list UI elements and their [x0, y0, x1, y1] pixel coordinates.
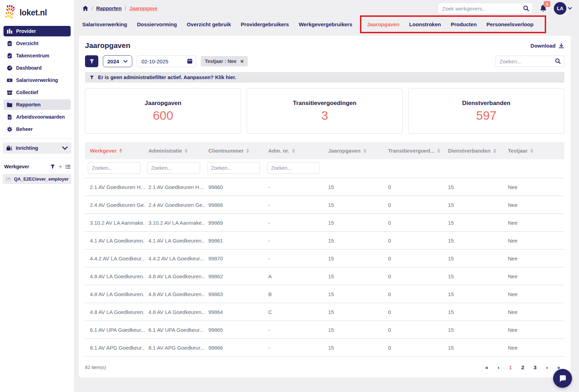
sidebar-item-salarisverwerking[interactable]: € Salarisverwerking [3, 75, 71, 85]
sort-icon [363, 149, 366, 153]
sidebar-item-label: Rapporten [16, 102, 41, 107]
sidebar-item-arbeidsvoorwaarden[interactable]: Arbeidsvoorwaarden [3, 112, 71, 122]
column-filter-clientnummer[interactable] [207, 162, 260, 174]
table-row[interactable]: 4.8 AV LA Goedkeuren... 4.8 AV LA Goedke… [85, 267, 564, 285]
column-header[interactable]: Dienstverbanden [445, 148, 504, 154]
employer-name: QA_E2EClever_employer [14, 176, 69, 182]
items-count: 82 item(s) [85, 365, 106, 370]
column-header[interactable]: Clientnummer [205, 148, 265, 154]
year-select[interactable]: 2024 [103, 55, 132, 67]
list-icon[interactable] [65, 164, 71, 169]
column-filter-administratie[interactable] [147, 162, 200, 174]
sidebar-item-inrichting[interactable]: Inrichting [3, 142, 71, 154]
annotation-box: Jaaropgaven Loonstroken Producten Person… [360, 15, 546, 33]
column-filter-werkgever[interactable] [88, 162, 141, 174]
download-icon [558, 43, 564, 49]
sidebar-item-dashboard[interactable]: Dashboard [3, 63, 71, 73]
sort-icon [292, 149, 295, 153]
column-header[interactable]: Werkgever [85, 148, 145, 154]
pagination-prev[interactable]: ‹ [498, 364, 500, 370]
calendar-icon[interactable] [187, 58, 193, 64]
column-filter-adm-nr[interactable] [267, 162, 320, 174]
column-header[interactable]: Testjaar [504, 148, 564, 154]
archive-icon [7, 90, 13, 96]
section-label: Inrichting [16, 145, 38, 151]
search-icon[interactable] [555, 58, 561, 64]
table-row[interactable]: 4.8 AV LA Goedkeuren... 4.8 AV LA Goedke… [85, 303, 564, 321]
document-icon [7, 114, 13, 120]
sidebar-employer-item[interactable]: QA_E2EClever_employer [3, 174, 71, 184]
logo[interactable]: loket.nl [0, 3, 74, 24]
pagination-page-1[interactable]: 1 [509, 364, 512, 370]
sidebar-item-label: Beheer [16, 126, 33, 132]
pagination-next[interactable]: › [546, 364, 548, 370]
page-title: Jaaropgaven [85, 41, 130, 50]
sidebar-item-overzicht[interactable]: Overzicht [3, 38, 71, 49]
table-row[interactable]: 4.4.2 AV LA Goedkeur... 4.4.2 AV LA Goed… [85, 250, 564, 267]
table-row[interactable]: 6.1 AV UPA Goedkeur... 6.1 AV UPA Goedke… [85, 321, 564, 339]
table-row[interactable]: 4.8 AV LA Goedkeuren... 4.8 AV LA Goedke… [85, 285, 564, 303]
notifications-button[interactable]: 3 [539, 4, 548, 13]
tab-jaaropgaven[interactable]: Jaaropgaven [367, 21, 400, 27]
close-icon[interactable]: ✕ [240, 59, 244, 64]
filter-icon[interactable] [50, 164, 55, 169]
table-row[interactable]: 2.4 AV Goedkeuren Ge... 2.4 AV Goedkeure… [85, 196, 564, 214]
add-icon[interactable]: + [58, 164, 62, 169]
table-row[interactable]: 3.10.2 AV LA Aanmake... 3.10.2 AV LA Aan… [85, 214, 564, 232]
summary-card-title: Jaaropgaven [145, 100, 182, 107]
column-header[interactable]: Transitievergoed... [384, 148, 444, 154]
gauge-icon [7, 65, 13, 71]
breadcrumb-link-rapporten[interactable]: Rapporten [96, 6, 122, 11]
pagination-first[interactable]: « [485, 364, 488, 370]
app-root: loket.nl Provider Overzicht Takencentrum… [0, 0, 579, 392]
tab-overzicht-gebruik[interactable]: Overzicht gebruik [187, 21, 231, 27]
table-row[interactable]: 2.1 AV Goedkeuren H... 2.1 AV Goedkeuren… [85, 178, 564, 196]
sidebar-item-collectief[interactable]: Collectief [3, 87, 71, 98]
sort-icon [246, 149, 249, 153]
chat-bubble-icon [558, 374, 567, 383]
sidebar-item-beheer[interactable]: Beheer [3, 124, 71, 134]
employer-search [438, 3, 533, 14]
tab-dossiervorming[interactable]: Dossiervorming [137, 21, 177, 27]
table-search-input[interactable] [495, 56, 564, 67]
werkgever-header: Werkgever + [4, 162, 71, 172]
column-header[interactable]: Jaaropgaven [325, 148, 384, 154]
summary-card-value: 600 [153, 108, 173, 122]
user-menu[interactable]: LA [554, 2, 572, 15]
filter-icon [89, 59, 94, 64]
tab-providergebruikers[interactable]: Providergebruikers [241, 21, 289, 27]
pagination-page-2[interactable]: 2 [521, 364, 524, 370]
employer-search-input[interactable] [438, 3, 533, 14]
tab-loonstroken[interactable]: Loonstroken [409, 21, 441, 27]
column-header[interactable]: Administratie [145, 148, 205, 154]
home-icon[interactable] [82, 5, 89, 12]
chevron-down-icon [568, 7, 572, 10]
avatar: LA [554, 2, 566, 15]
breadcrumb-link-jaaropgave[interactable]: Jaaropgave [129, 6, 158, 11]
summary-card-value: 3 [321, 108, 328, 122]
admin-filter-banner[interactable]: Er is geen administratiefilter actief. A… [85, 72, 564, 83]
sidebar-item-rapporten[interactable]: Rapporten [3, 99, 71, 110]
payroll-icon: € [7, 77, 13, 83]
chevron-down-icon [123, 60, 128, 63]
column-header[interactable]: Adm. nr. [265, 148, 325, 154]
tab-salarisverwerking[interactable]: Salarisverwerking [82, 21, 127, 27]
download-button[interactable]: Download [530, 43, 564, 49]
tab-producten[interactable]: Producten [451, 21, 476, 27]
filter-chip-testjaar[interactable]: Testjaar : Nee ✕ [201, 56, 248, 66]
tab-personeelsverloop[interactable]: Personeelsverloop [487, 21, 534, 27]
filter-button[interactable] [85, 55, 98, 67]
summary-cards: Jaaropgaven 600 Transitievergoedingen 3 … [85, 88, 564, 134]
sidebar-item-label: Collectief [16, 90, 38, 95]
chat-button[interactable] [553, 369, 572, 388]
pagination-page-3[interactable]: 3 [534, 364, 536, 370]
sort-icon [530, 149, 533, 153]
tab-werkgevergebruikers[interactable]: Werkgevergebruikers [299, 21, 352, 27]
sidebar-item-takencentrum[interactable]: Takencentrum [3, 50, 71, 61]
divider [0, 158, 74, 158]
sidebar-item-provider[interactable]: Provider [3, 26, 71, 36]
search-icon[interactable] [523, 5, 529, 12]
table-row[interactable]: 8.1 AV APG Goedkeur... 8.1 AV APG Goedke… [85, 339, 564, 357]
table-row[interactable]: 4.1 AV LA Goedkeuren... 4.1 AV LA Goedke… [85, 232, 564, 250]
tabs-bar: Salarisverwerking Dossiervorming Overzic… [75, 15, 579, 33]
